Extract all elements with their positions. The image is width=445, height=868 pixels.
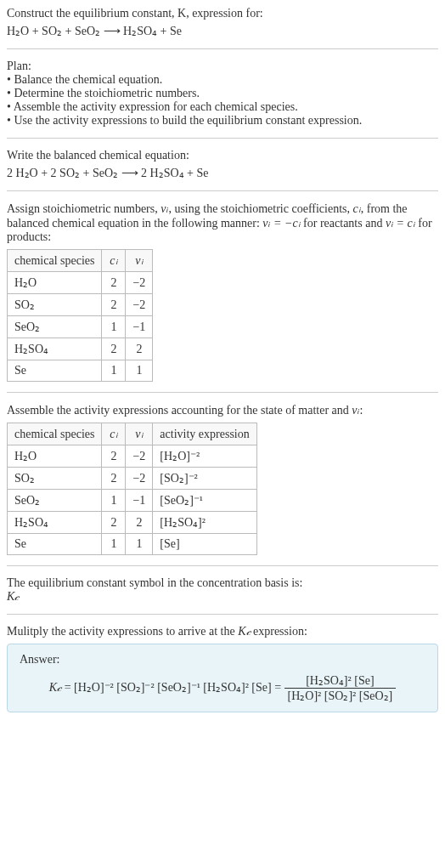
cell-species: SO₂ bbox=[8, 294, 102, 316]
cell-c: 2 bbox=[102, 468, 126, 490]
plan-heading: Plan: bbox=[7, 60, 438, 73]
cell-c: 1 bbox=[102, 316, 126, 338]
cell-nu: 2 bbox=[126, 338, 153, 360]
table-row: SeO₂ 1 −1 bbox=[8, 316, 153, 338]
kc: K𝒸 bbox=[238, 625, 250, 638]
cell-species: H₂SO₄ bbox=[8, 512, 102, 534]
table-row: SeO₂ 1 −1 [SeO₂]⁻¹ bbox=[8, 490, 257, 512]
cell-species: SeO₂ bbox=[8, 316, 102, 338]
answer-label: Answer: bbox=[20, 653, 425, 667]
activity-section: Assemble the activity expressions accoun… bbox=[7, 403, 438, 555]
cell-nu: −2 bbox=[126, 272, 153, 294]
cell-activity: [H₂SO₄]² bbox=[153, 512, 256, 534]
cell-species: Se bbox=[8, 360, 102, 382]
table-row: H₂O 2 −2 [H₂O]⁻² bbox=[8, 445, 257, 468]
table-header-row: chemical species cᵢ νᵢ bbox=[8, 250, 153, 272]
cell-c: 2 bbox=[102, 512, 126, 534]
cell-nu: −2 bbox=[126, 468, 153, 490]
answer-box: Answer: K𝒸 = [H₂O]⁻² [SO₂]⁻² [SeO₂]⁻¹ [H… bbox=[7, 644, 438, 712]
text: Assign stoichiometric numbers, bbox=[7, 202, 161, 215]
cell-c: 2 bbox=[102, 445, 126, 468]
divider bbox=[7, 190, 438, 191]
list-item: Use the activity expressions to build th… bbox=[7, 114, 438, 128]
denominator: [H₂O]² [SO₂]² [SeO₂] bbox=[284, 689, 397, 703]
divider bbox=[7, 565, 438, 566]
plan-section: Plan: Balance the chemical equation. Det… bbox=[7, 60, 438, 128]
relation: νᵢ = −cᵢ bbox=[262, 217, 300, 230]
fraction: [H₂SO₄]² [Se][H₂O]² [SO₂]² [SeO₂] bbox=[284, 673, 397, 703]
activity-table: chemical species cᵢ νᵢ activity expressi… bbox=[7, 423, 257, 555]
cell-species: SO₂ bbox=[8, 468, 102, 490]
list-item: Determine the stoichiometric numbers. bbox=[7, 87, 438, 100]
cell-nu: −1 bbox=[126, 316, 153, 338]
cell-activity: [SeO₂]⁻¹ bbox=[153, 490, 256, 512]
activity-intro: Assemble the activity expressions accoun… bbox=[7, 403, 438, 417]
header-nu: νᵢ bbox=[126, 423, 153, 445]
cell-c: 2 bbox=[102, 338, 126, 360]
table-row: H₂SO₄ 2 2 [H₂SO₄]² bbox=[8, 512, 257, 534]
prompt-section: Construct the equilibrium constant, K, e… bbox=[7, 7, 438, 38]
list-item: Balance the chemical equation. bbox=[7, 73, 438, 87]
kc-expression: K𝒸 = [H₂O]⁻² [SO₂]⁻² [SeO₂]⁻¹ [H₂SO₄]² [… bbox=[20, 673, 425, 703]
stoich-section: Assign stoichiometric numbers, νᵢ, using… bbox=[7, 201, 438, 382]
cell-c: 1 bbox=[102, 360, 126, 382]
cell-species: H₂SO₄ bbox=[8, 338, 102, 360]
table-row: H₂O 2 −2 bbox=[8, 272, 153, 294]
cell-species: Se bbox=[8, 534, 102, 555]
cell-activity: [H₂O]⁻² bbox=[153, 445, 256, 468]
header-activity: activity expression bbox=[153, 423, 256, 445]
list-item: Assemble the activity expression for eac… bbox=[7, 100, 438, 114]
divider bbox=[7, 392, 438, 393]
nu-i: νᵢ bbox=[352, 404, 359, 417]
cell-species: SeO₂ bbox=[8, 490, 102, 512]
divider bbox=[7, 138, 438, 139]
header-nu: νᵢ bbox=[126, 250, 153, 272]
symbol-line: The equilibrium constant symbol in the c… bbox=[7, 576, 438, 590]
cell-nu: −1 bbox=[126, 490, 153, 512]
cell-species: H₂O bbox=[8, 445, 102, 468]
symbol-section: The equilibrium constant symbol in the c… bbox=[7, 576, 438, 604]
header-c: cᵢ bbox=[102, 423, 126, 445]
cell-nu: 2 bbox=[126, 512, 153, 534]
cell-c: 1 bbox=[102, 490, 126, 512]
table-row: SO₂ 2 −2 [SO₂]⁻² bbox=[8, 468, 257, 490]
table-row: Se 1 1 [Se] bbox=[8, 534, 257, 555]
text: expression: bbox=[251, 625, 307, 638]
cell-nu: 1 bbox=[126, 360, 153, 382]
cell-activity: [SO₂]⁻² bbox=[153, 468, 256, 490]
cell-nu: 1 bbox=[126, 534, 153, 555]
table-row: Se 1 1 bbox=[8, 360, 153, 382]
multiply-line: Mulitply the activity expressions to arr… bbox=[7, 625, 438, 638]
table-row: H₂SO₄ 2 2 bbox=[8, 338, 153, 360]
plan-list: Balance the chemical equation. Determine… bbox=[7, 73, 438, 128]
stoich-table: chemical species cᵢ νᵢ H₂O 2 −2 SO₂ 2 −2… bbox=[7, 249, 153, 382]
prompt-text: Construct the equilibrium constant, K, e… bbox=[7, 7, 263, 20]
multiply-section: Mulitply the activity expressions to arr… bbox=[7, 625, 438, 712]
header-species: chemical species bbox=[8, 423, 102, 445]
numerator: [H₂SO₄]² [Se] bbox=[284, 673, 397, 689]
divider bbox=[7, 614, 438, 615]
cell-c: 2 bbox=[102, 272, 126, 294]
cell-c: 1 bbox=[102, 534, 126, 555]
table-row: SO₂ 2 −2 bbox=[8, 294, 153, 316]
text: for reactants and bbox=[301, 217, 386, 230]
header-c: cᵢ bbox=[102, 250, 126, 272]
prompt-line: Construct the equilibrium constant, K, e… bbox=[7, 7, 438, 20]
cell-c: 2 bbox=[102, 294, 126, 316]
relation: νᵢ = cᵢ bbox=[386, 217, 415, 230]
c-i: cᵢ bbox=[353, 202, 361, 215]
lhs: = [H₂O]⁻² [SO₂]⁻² [SeO₂]⁻¹ [H₂SO₄]² [Se]… bbox=[61, 681, 284, 694]
kc: K𝒸 bbox=[49, 681, 61, 694]
unbalanced-equation: H₂O + SO₂ + SeO₂ ⟶ H₂SO₄ + Se bbox=[7, 24, 438, 38]
cell-nu: −2 bbox=[126, 294, 153, 316]
kc-symbol: K𝒸 bbox=[7, 590, 438, 604]
text: , using the stoichiometric coefficients, bbox=[168, 202, 352, 215]
divider bbox=[7, 48, 438, 49]
balanced-heading: Write the balanced chemical equation: bbox=[7, 149, 438, 162]
cell-species: H₂O bbox=[8, 272, 102, 294]
text: Mulitply the activity expressions to arr… bbox=[7, 625, 238, 638]
cell-nu: −2 bbox=[126, 445, 153, 468]
stoich-intro: Assign stoichiometric numbers, νᵢ, using… bbox=[7, 201, 438, 244]
cell-activity: [Se] bbox=[153, 534, 256, 555]
table-header-row: chemical species cᵢ νᵢ activity expressi… bbox=[8, 423, 257, 445]
